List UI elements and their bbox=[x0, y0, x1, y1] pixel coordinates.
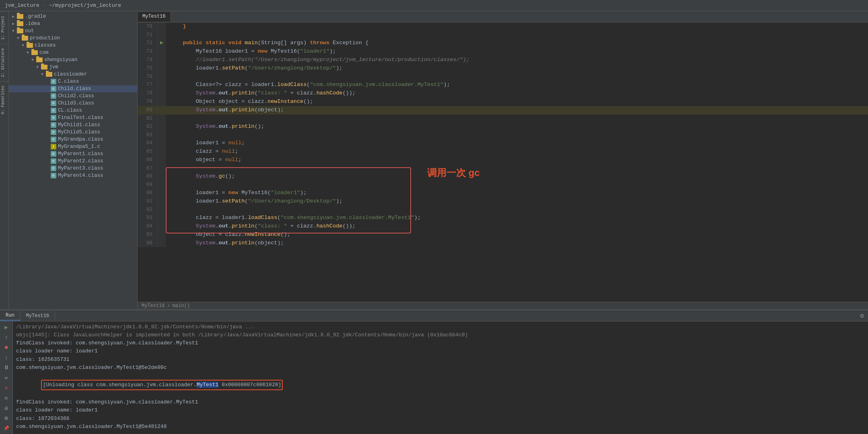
tree-item-mychild5-class[interactable]: C MyChild5.class bbox=[9, 129, 137, 136]
sidebar-tab-favorites[interactable]: 4: Favorites bbox=[0, 81, 8, 119]
folder-icon bbox=[41, 65, 47, 70]
code-line-86: 86 object = null; bbox=[138, 156, 868, 164]
scroll-up-button[interactable]: ↑ bbox=[2, 333, 11, 342]
sidebar-tab-project[interactable]: 1: Project bbox=[0, 11, 8, 44]
folder-icon bbox=[17, 29, 23, 33]
top-bar: jvm_lecture ─ ~/myproject/jvm_lecture bbox=[0, 0, 868, 11]
code-line-87: 87 bbox=[138, 164, 868, 172]
annotation-chinese: 调用一次 gc bbox=[427, 165, 480, 180]
tree-arrow: ▼ bbox=[27, 51, 31, 55]
code-line-77: 77 Class<?> clazz = loader1.loadClass("c… bbox=[138, 81, 868, 89]
breadcrumb-sep: › bbox=[167, 303, 170, 309]
console-line-7: findClass invoked: com.shengsiyuan.jvm.c… bbox=[16, 398, 865, 406]
tree-item-child3-class[interactable]: C Child3.class bbox=[9, 100, 137, 107]
editor-area: MyTest16 70 } 71 72 ▶ bbox=[138, 11, 868, 309]
run-button[interactable]: ▶ bbox=[2, 323, 11, 332]
code-line-70: 70 } bbox=[138, 23, 868, 31]
folder-icon bbox=[27, 43, 33, 48]
code-line-82: 82 System.out.println(); bbox=[138, 123, 868, 131]
path-separator: ─ bbox=[43, 2, 46, 8]
code-line-88: 88 System.gc(); bbox=[138, 172, 868, 181]
close-button[interactable]: ✕ bbox=[2, 384, 11, 392]
gear-icon[interactable]: ⚙ bbox=[860, 312, 864, 320]
bottom-tabs: Run MyTest16 ⚙ bbox=[0, 310, 868, 321]
code-line-72: 72 ▶ public static void main(String[] ar… bbox=[138, 39, 868, 47]
tree-item-mychild1-class[interactable]: C MyChild1.class bbox=[9, 121, 137, 129]
tree-arrow: ▼ bbox=[22, 43, 27, 48]
tree-item-myparent2-class[interactable]: C MyParent2.class bbox=[9, 158, 137, 165]
class-icon: I bbox=[51, 144, 56, 149]
code-line-95: 95 object = clazz.newInstance(); bbox=[138, 231, 868, 239]
code-line-78: 78 System.out.println("class: " + clazz.… bbox=[138, 89, 868, 98]
code-line-84: 84 loader1 = null; bbox=[138, 139, 868, 147]
tree-item-classloader[interactable]: ▼ classloader bbox=[9, 71, 137, 78]
tree-item-child2-class[interactable]: C Child2.class bbox=[9, 92, 137, 100]
code-line-93: 93 clazz = loader1.loadClass("com.shengs… bbox=[138, 214, 868, 222]
console-unload-highlight: [Unloading class com.shengsiyuan.jvm.cla… bbox=[41, 380, 283, 390]
tree-item-shengsiyuan[interactable]: ▼ shengsiyuan bbox=[9, 56, 137, 63]
class-icon: C bbox=[51, 93, 56, 99]
code-line-89: 89 bbox=[138, 181, 868, 189]
tree-item-idea[interactable]: ▶ .idea bbox=[9, 20, 137, 27]
class-icon: C bbox=[51, 86, 56, 92]
run-toolbar: ▶ ↑ ■ ↓ ⏸ ⇄ ✕ ⊟ 🖨 ⚙ 📌 bbox=[0, 321, 13, 434]
tab-mytest16[interactable]: MyTest16 bbox=[21, 311, 56, 320]
code-line-81: 81 bbox=[138, 115, 868, 123]
folder-icon bbox=[36, 57, 43, 62]
class-icon: C bbox=[51, 115, 56, 121]
tree-item-child-class[interactable]: C Child.class bbox=[9, 85, 137, 92]
editor-tab-mytest16[interactable]: MyTest16 bbox=[138, 12, 171, 22]
filter-button[interactable]: ⊟ bbox=[2, 394, 11, 402]
tree-item-finaltest-class[interactable]: C FinalTest.class bbox=[9, 114, 137, 121]
console-output[interactable]: /Library/Java/JavaVirtualMachines/jdk1.8… bbox=[13, 321, 868, 434]
tree-item-gradle[interactable]: ▶ .gradle bbox=[9, 13, 137, 20]
settings-button[interactable]: ⚙ bbox=[2, 414, 11, 422]
bottom-panel: Run MyTest16 ⚙ ▶ ↑ ■ ↓ ⏸ ⇄ ✕ ⊟ 🖨 ⚙ 📌 /Li… bbox=[0, 309, 868, 434]
console-line-highlight: [Unloading class com.shengsiyuan.jvm.cla… bbox=[16, 372, 865, 398]
folder-icon bbox=[17, 14, 23, 19]
tree-item-c-class[interactable]: C C.class bbox=[9, 78, 137, 85]
class-icon: C bbox=[51, 100, 56, 106]
tree-item-com[interactable]: ▼ com bbox=[9, 49, 137, 56]
tree-item-mygrandpa51-class[interactable]: I MyGrandpa5_1.c bbox=[9, 143, 137, 150]
folder-icon bbox=[31, 50, 38, 55]
console-line-4: class loader name: loader1 bbox=[16, 347, 865, 355]
project-path: ~/myproject/jvm_lecture bbox=[49, 2, 121, 8]
tree-item-cl-class[interactable]: C CL.class bbox=[9, 107, 137, 114]
tree-item-myparent1-class[interactable]: C MyParent1.class bbox=[9, 150, 137, 158]
tree-item-myparent4-class[interactable]: C MyParent4.class bbox=[9, 172, 137, 179]
code-line-75: 75 loader1.setPath("/Users/zhanglong/Des… bbox=[138, 64, 868, 73]
scroll-down-button[interactable]: ↓ bbox=[2, 353, 11, 362]
class-icon: C bbox=[51, 108, 56, 113]
breadcrumb-bar: MyTest16 › main() bbox=[138, 302, 868, 309]
console-line-1: /Library/Java/JavaVirtualMachines/jdk1.8… bbox=[16, 323, 865, 331]
tab-run[interactable]: Run bbox=[0, 311, 21, 321]
tree-item-mygrandpa-class[interactable]: C MyGrandpa.class bbox=[9, 136, 137, 143]
tree-item-production[interactable]: ▼ production bbox=[9, 35, 137, 42]
tree-arrow: ▼ bbox=[12, 29, 17, 33]
code-editor[interactable]: 70 } 71 72 ▶ public static void main(Str… bbox=[138, 23, 868, 302]
code-line-73: 73 MyTest16 loader1 = new MyTest16("load… bbox=[138, 47, 868, 56]
pause-button[interactable]: ⏸ bbox=[2, 363, 11, 372]
tree-arrow: ▶ bbox=[12, 14, 17, 19]
code-line-92: 92 bbox=[138, 206, 868, 214]
code-line-83: 83 bbox=[138, 131, 868, 139]
code-line-74: 74 //loader1.setPath("/Users/zhanglong/m… bbox=[138, 56, 868, 64]
tree-arrow: ▼ bbox=[31, 58, 36, 62]
tree-item-out[interactable]: ▼ out bbox=[9, 27, 137, 35]
tree-arrow: ▶ bbox=[12, 21, 17, 26]
print-button[interactable]: 🖨 bbox=[2, 404, 11, 412]
step-button[interactable]: ⇄ bbox=[2, 373, 11, 382]
bottom-content: ▶ ↑ ■ ↓ ⏸ ⇄ ✕ ⊟ 🖨 ⚙ 📌 /Library/Java/Java… bbox=[0, 321, 868, 434]
tree-item-jvm[interactable]: ▼ jvm bbox=[9, 63, 137, 71]
console-line-2: objc[1445]: Class JavaLaunchHelper is im… bbox=[16, 331, 865, 339]
stop-button[interactable]: ■ bbox=[2, 343, 11, 352]
class-icon: C bbox=[51, 129, 56, 135]
project-title: jvm_lecture bbox=[5, 2, 39, 8]
tree-item-myparent3-class[interactable]: C MyParent3.class bbox=[9, 165, 137, 172]
pin-button[interactable]: 📌 bbox=[2, 424, 11, 432]
code-line-85: 85 clazz = null; bbox=[138, 147, 868, 156]
console-line-9: class: 1872034366 bbox=[16, 415, 865, 423]
sidebar-tab-structure[interactable]: 2: Structure bbox=[0, 44, 8, 81]
tree-item-classes[interactable]: ▼ classes bbox=[9, 42, 137, 49]
